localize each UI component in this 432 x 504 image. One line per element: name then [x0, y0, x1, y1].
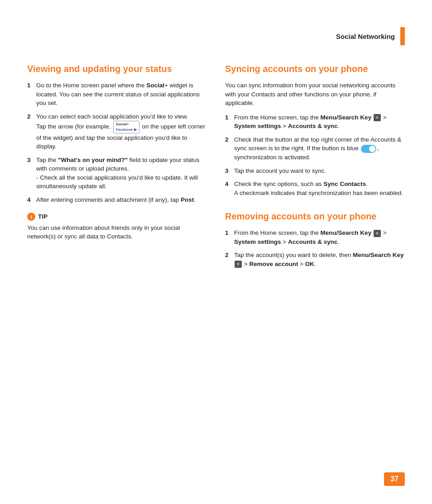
bold-text: Menu/Search Key	[321, 114, 372, 121]
step-content: Tap the account you want to sync.	[234, 166, 405, 176]
step-content: From the Home screen, tap the Menu/Searc…	[234, 228, 405, 246]
section-title-viewing: Viewing and updating your status	[27, 63, 207, 75]
bold-text: Menu/Search Key	[321, 229, 372, 236]
step-content: Tap the "What's on your mind?" field to …	[36, 156, 207, 191]
tip-text: You can use information about friends on…	[27, 223, 207, 241]
removing-section: Removing accounts on your phone 1 From t…	[225, 211, 405, 268]
bold-text: Social	[146, 82, 164, 89]
list-item: 3 Tap the account you want to sync.	[225, 166, 405, 176]
step-number: 2	[225, 135, 231, 162]
menu-key-icon	[374, 114, 381, 121]
bold-text: Accounts & sync	[288, 238, 338, 245]
social-badge: Social+Facebook ▶	[113, 121, 139, 133]
step-number: 1	[225, 113, 231, 131]
list-item: 1 From the Home screen, tap the Menu/Sea…	[225, 228, 405, 246]
list-item: 2 You can select each social application…	[27, 112, 207, 151]
list-item: 2 Tap the account(s) you want to delete,…	[225, 251, 405, 268]
step-content: Check that the button at the top right c…	[234, 135, 405, 162]
section-title-removing: Removing accounts on your phone	[225, 211, 405, 222]
step-content: Check the sync options, such as Sync Con…	[234, 180, 405, 197]
step-content: Go to the Home screen panel where the So…	[36, 81, 207, 108]
step-content: Tap the account(s) you want to delete, t…	[234, 251, 405, 268]
menu-key-icon	[235, 261, 242, 268]
list-item: 4 Check the sync options, such as Sync C…	[225, 180, 405, 197]
step-number: 2	[27, 112, 34, 151]
syncing-intro: You can sync information from your socia…	[225, 81, 405, 108]
menu-key-icon	[374, 230, 381, 237]
syncing-section: Syncing accounts on your phone You can s…	[225, 63, 405, 197]
viewing-steps-list: 1 Go to the Home screen panel where the …	[27, 81, 207, 204]
page-header: Social Networking	[27, 27, 405, 45]
bold-text: Menu/Search Key	[353, 252, 404, 258]
step-content: From the Home screen, tap the Menu/Searc…	[234, 113, 405, 131]
tip-header: i TIP	[27, 213, 207, 221]
bold-text: "What's on your mind?"	[58, 157, 128, 163]
bold-text: Post	[181, 196, 194, 203]
syncing-steps-list: 1 From the Home screen, tap the Menu/Sea…	[225, 113, 405, 198]
bold-text: Sync Contacts	[323, 181, 366, 187]
step-number: 4	[225, 180, 231, 197]
bold-text: System settings	[234, 123, 281, 129]
list-item: 2 Check that the button at the top right…	[225, 135, 405, 162]
page: Social Networking Viewing and updating y…	[0, 0, 432, 504]
list-item: 4 After entering comments and attachment…	[27, 195, 207, 204]
step-number: 3	[225, 166, 231, 176]
step-content: After entering comments and attachment (…	[36, 195, 207, 204]
list-item: 1 Go to the Home screen panel where the …	[27, 81, 207, 108]
toggle-circle	[369, 146, 375, 152]
left-column: Viewing and updating your status 1 Go to…	[27, 63, 207, 282]
header-accent-bar	[400, 27, 405, 45]
header-title: Social Networking	[336, 33, 395, 40]
step-number: 3	[27, 156, 34, 191]
section-title-syncing: Syncing accounts on your phone	[225, 63, 405, 75]
list-item: 3 Tap the "What's on your mind?" field t…	[27, 156, 207, 191]
removing-steps-list: 1 From the Home screen, tap the Menu/Sea…	[225, 228, 405, 268]
list-item: 1 From the Home screen, tap the Menu/Sea…	[225, 113, 405, 131]
right-column: Syncing accounts on your phone You can s…	[225, 63, 405, 282]
step-number: 1	[225, 228, 231, 246]
tip-section: i TIP You can use information about frie…	[27, 213, 207, 241]
toggle-button-visual	[361, 145, 376, 153]
page-number: 37	[384, 472, 405, 486]
tip-label: TIP	[38, 213, 48, 220]
tip-icon: i	[27, 213, 35, 221]
step-number: 1	[27, 81, 34, 108]
content-columns: Viewing and updating your status 1 Go to…	[27, 63, 405, 282]
bold-text: OK	[305, 261, 314, 267]
bold-text: System settings	[234, 238, 281, 245]
bold-text: Accounts & sync	[288, 123, 338, 129]
step-number: 4	[27, 195, 34, 204]
step-content: You can select each social application y…	[36, 112, 207, 151]
bold-text: Remove account	[249, 261, 298, 267]
step-number: 2	[225, 251, 231, 268]
